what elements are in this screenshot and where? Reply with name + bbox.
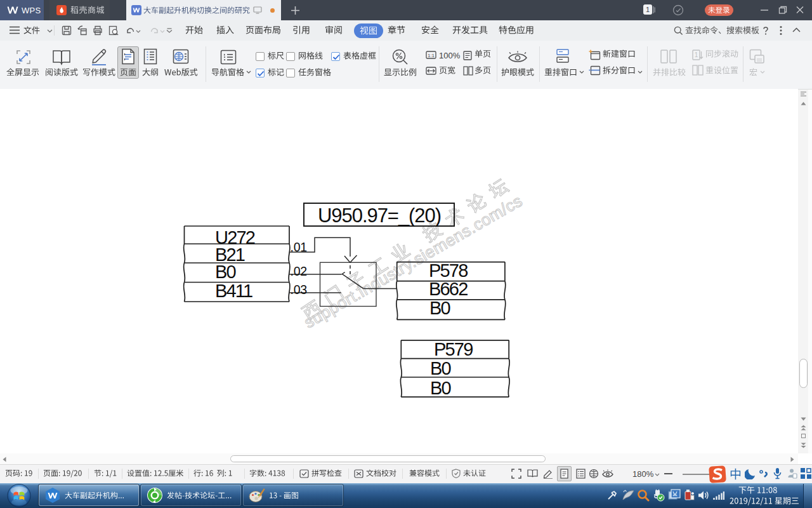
svg-text:.01: .01 bbox=[291, 240, 308, 254]
svg-text:P578: P578 bbox=[429, 260, 468, 281]
svg-text:1: 1 bbox=[646, 6, 650, 13]
svg-text:1:1: 1:1 bbox=[428, 53, 435, 58]
svg-text:.02: .02 bbox=[291, 264, 308, 278]
svg-text:1: 1 bbox=[695, 51, 698, 58]
svg-text:P579: P579 bbox=[434, 339, 473, 359]
svg-text:.03: .03 bbox=[291, 283, 308, 297]
svg-text:B662: B662 bbox=[429, 279, 468, 299]
svg-text:B0: B0 bbox=[430, 378, 451, 398]
svg-text:B0: B0 bbox=[429, 298, 450, 318]
svg-text:B0: B0 bbox=[215, 262, 236, 282]
svg-text:B411: B411 bbox=[215, 281, 252, 301]
svg-text:U950.97=_(20): U950.97=_(20) bbox=[318, 204, 441, 227]
svg-text:B0: B0 bbox=[430, 358, 451, 378]
